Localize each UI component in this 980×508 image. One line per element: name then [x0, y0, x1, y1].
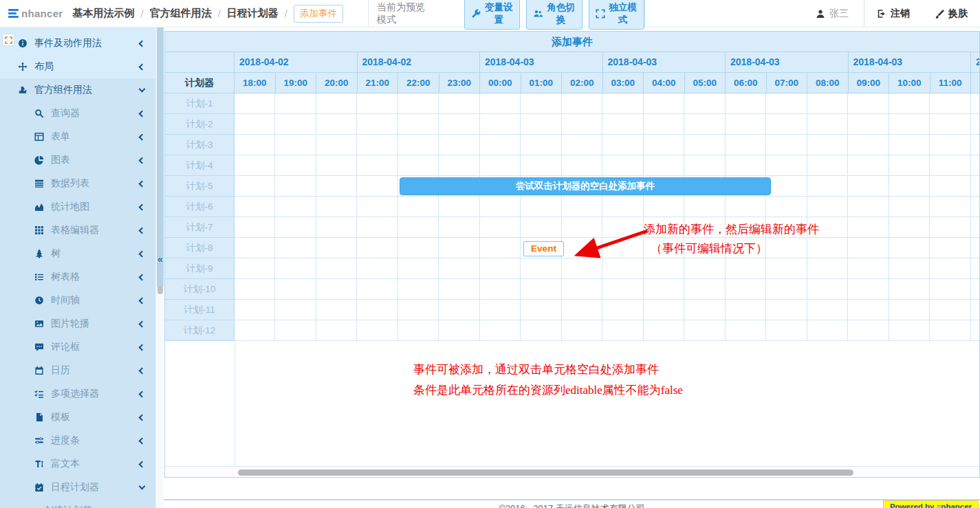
sidebar-item-5[interactable]: 表单 — [0, 125, 155, 148]
scheduler-row: 计划-10 — [165, 279, 979, 300]
search-icon — [34, 109, 44, 118]
sidebar-item-label: 富文本 — [51, 458, 80, 470]
sidebar-item-8[interactable]: 统计地图 — [0, 195, 155, 219]
sidebar-item-label: 评论框 — [51, 341, 80, 353]
sidebar-item-label: 数据列表 — [51, 177, 89, 190]
sidebar-item-label: 表格编辑器 — [51, 224, 99, 236]
sidebar-item-19[interactable]: 富文本 — [0, 452, 155, 476]
hour-header-cell: 07:00 — [767, 73, 808, 93]
scheduler-row-cells[interactable] — [235, 300, 979, 320]
resource-label: 计划-5 — [165, 176, 235, 197]
sidebar-menu: 事件及动作用法布局官方组件用法查询器表单图表数据列表统计地图表格编辑器树树表格时… — [0, 27, 155, 508]
date-header-cell: 2018-04-02 — [358, 52, 481, 73]
info-circle-icon — [18, 38, 28, 48]
sidebar-item-12[interactable]: 时间轴 — [0, 289, 155, 312]
logo-bars-icon — [8, 9, 19, 18]
sidebar-item-13[interactable]: 图片轮播 — [0, 312, 155, 335]
sidebar-item-label: 统计地图 — [51, 201, 89, 213]
sidebar-item-6[interactable]: 图表 — [0, 148, 155, 172]
logout-button[interactable]: 注销 — [864, 8, 922, 20]
chevron-left-icon — [139, 437, 146, 444]
tree-icon — [34, 249, 44, 258]
sidebar-collapse-handle[interactable]: « — [156, 252, 164, 267]
body-annotation-line1: 事件可被添加，通过双击单元格空白处添加事件 — [413, 362, 659, 377]
breadcrumb-item-3[interactable]: 日程计划器 — [227, 7, 279, 20]
scheduler-row-cells[interactable] — [235, 279, 979, 300]
role-switch-button[interactable]: 角色切换 — [526, 0, 582, 30]
scheduler-hint-banner[interactable]: 尝试双击计划器的空白处添加事件 — [400, 177, 771, 195]
user-menu[interactable]: 张三 — [801, 8, 864, 20]
powered-by-badge[interactable]: Powered by ≡nhancer — [883, 500, 979, 508]
sidebar-scrollbar-track[interactable]: « — [155, 27, 164, 508]
event-annotation-line1: 添加新的事件，然后编辑新的事件 — [644, 221, 819, 237]
hour-header-cell: 03:00 — [603, 73, 644, 93]
sidebar-item-20[interactable]: 日程计划器 — [0, 476, 155, 499]
preview-mode-text: 当前为预览模式 — [377, 1, 433, 26]
sidebar-item-label: 时间轴 — [51, 294, 80, 307]
resource-label: 计划-7 — [165, 217, 235, 238]
sidebar-item-7[interactable]: 数据列表 — [0, 172, 155, 195]
carousel-icon — [34, 319, 44, 329]
chevron-left-icon — [139, 180, 146, 187]
sidebar-item-14[interactable]: 评论框 — [0, 335, 155, 359]
sidebar-item-11[interactable]: 树表格 — [0, 265, 155, 289]
tree-table-icon — [34, 272, 44, 282]
sidebar-item-label: 日历 — [51, 364, 70, 377]
scheduler-row: 计划-1 — [165, 93, 979, 114]
sidebar-item-4[interactable]: 查询器 — [0, 102, 155, 125]
hour-header-cell: 19:00 — [276, 73, 317, 93]
navbar-right: 张三 注销 换肤 — [801, 0, 980, 27]
app-logo[interactable]: nhancer — [0, 8, 72, 19]
event-annotation-line2: （事件可编辑情况下） — [651, 241, 767, 256]
sidebar-item-17[interactable]: 模板 — [0, 406, 155, 429]
sidebar-scrollbar-thumb[interactable] — [157, 27, 164, 289]
date-header-cell: 2018-04-03 — [726, 52, 849, 73]
breadcrumb-item-1[interactable]: 基本用法示例 — [72, 7, 134, 20]
scheduler-row-cells[interactable] — [235, 320, 979, 341]
resource-column-header: 计划器 — [165, 73, 235, 93]
sidebar-item-2[interactable]: 布局 — [0, 55, 155, 78]
chevron-left-icon — [139, 250, 146, 257]
sidebar-item-15[interactable]: 日历 — [0, 359, 155, 382]
main-content: 添加事件 2018-04-022018-04-022018-04-032018-… — [164, 27, 980, 508]
scheduler-row-cells[interactable] — [235, 114, 979, 135]
chevron-down-icon — [139, 86, 146, 93]
sidebar-item-1[interactable]: 事件及动作用法 — [0, 32, 155, 55]
sidebar-item-9[interactable]: 表格编辑器 — [0, 219, 155, 242]
change-skin-button[interactable]: 换肤 — [922, 8, 980, 20]
multi-select-icon — [34, 389, 44, 399]
sidebar-item-18[interactable]: 进度条 — [0, 429, 155, 452]
scheduler-row: 计划-6 — [165, 197, 979, 217]
scheduler-row-cells[interactable] — [235, 135, 979, 155]
standalone-mode-button[interactable]: 独立模式 — [589, 0, 644, 30]
resource-label: 计划-11 — [165, 300, 235, 320]
sidebar-item-label: 布局 — [34, 60, 54, 73]
breadcrumb-separator: / — [285, 8, 287, 19]
variable-settings-button[interactable]: 变量设置 — [464, 0, 520, 30]
fullscreen-toggle-icon[interactable] — [2, 34, 14, 46]
grid-icon — [34, 225, 44, 235]
breadcrumb-item-2[interactable]: 官方组件用法 — [150, 7, 212, 20]
puzzle-icon — [18, 85, 28, 95]
red-arrow-annotation — [563, 224, 651, 264]
hour-header-cell: 02:00 — [562, 73, 603, 93]
scheduler-row-cells[interactable] — [235, 155, 979, 176]
hour-header-cell: 08:00 — [807, 73, 849, 93]
resource-label: 计划-2 — [165, 114, 235, 135]
sidebar-item-21[interactable]: 创建计划器 — [0, 499, 155, 508]
sidebar-item-3[interactable]: 官方组件用法 — [0, 78, 155, 102]
scheduler-grid: 计划-1计划-2计划-3计划-4计划-5计划-6计划-7计划-8计划-9计划-1… — [165, 93, 979, 341]
hour-header-cell: 20:00 — [316, 73, 358, 93]
top-navbar: nhancer 基本用法示例 / 官方组件用法 / 日程计划器 / 添加事件 当… — [0, 0, 980, 27]
scheduler-row-cells[interactable] — [235, 93, 979, 114]
horizontal-scrollbar-thumb[interactable] — [238, 470, 853, 476]
hour-header-cell: 10:00 — [889, 73, 930, 93]
event-chip[interactable]: Event — [523, 241, 564, 256]
scheduler-row: 计划-11 — [165, 300, 979, 320]
rich-text-icon — [34, 459, 44, 469]
sidebar-item-10[interactable]: 树 — [0, 242, 155, 265]
horizontal-scrollbar-track[interactable] — [165, 466, 979, 478]
scheduler-panel: 添加事件 2018-04-022018-04-022018-04-032018-… — [164, 31, 980, 478]
scheduler-row-cells[interactable] — [235, 197, 979, 217]
sidebar-item-16[interactable]: 多项选择器 — [0, 382, 155, 406]
